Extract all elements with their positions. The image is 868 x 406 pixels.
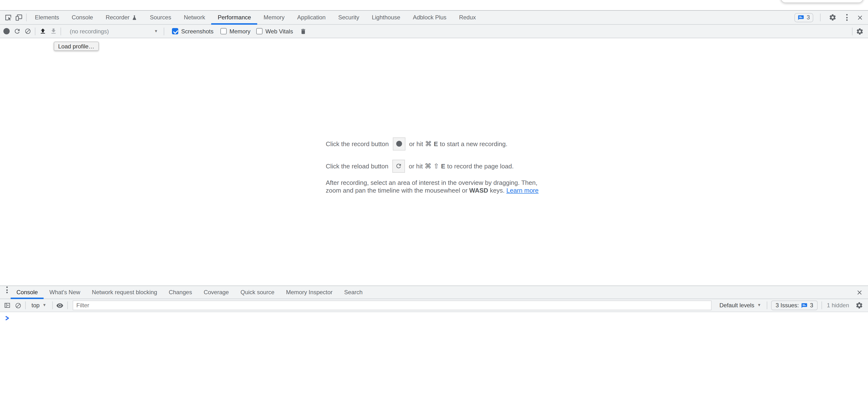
divider [25,302,26,309]
record-icon [396,141,402,147]
reload-shortcut-text: or hit ⌘ ⇧ E to record the page load. [409,162,514,170]
drawer-tab-console[interactable]: Console [11,286,43,299]
capture-settings-button[interactable] [855,25,865,38]
tab-elements[interactable]: Elements [29,11,65,24]
inspect-element-button[interactable] [3,11,13,24]
divider [67,302,68,309]
levels-value: Default levels [719,302,754,309]
record-shortcut-text: or hit ⌘ E to start a new recording. [409,140,507,147]
drawer-right-controls [855,286,868,299]
command-key-glyph: ⌘ [425,162,432,170]
tab-label: Console [72,14,93,21]
drawer-more-tabs-button[interactable] [3,286,11,294]
console-messages-area[interactable] [0,312,868,406]
memory-checkbox-group[interactable]: Memory [220,28,250,35]
reload-and-record-button[interactable] [11,25,22,38]
drawer-tab-quick-source[interactable]: Quick source [235,286,280,299]
load-profile-button[interactable] [37,25,48,38]
tab-label: Network [184,14,205,21]
reload-icon [13,28,21,35]
clear-button[interactable] [22,25,33,38]
tab-label: Memory [264,14,285,21]
tab-performance[interactable]: Performance [211,11,257,24]
download-icon [50,28,57,35]
reload-button-illustration [392,160,405,172]
tab-memory[interactable]: Memory [257,11,291,24]
tab-label: What's New [50,289,80,296]
tab-redux[interactable]: Redux [453,11,482,24]
tab-sources[interactable]: Sources [144,11,178,24]
checkbox-label: Screenshots [181,28,213,35]
console-toolbar: top ▼ Default levels ▼ 3 Issues: [0,299,868,312]
issues-count: 3 [807,14,810,21]
eye-icon [56,302,63,309]
create-live-expression-button[interactable] [55,299,65,312]
sidebar-toggle-icon [4,302,11,309]
issues-counter-button[interactable]: 3 [795,13,813,22]
load-profile-tooltip: Load profile… [54,42,99,51]
screenshots-checkbox-group[interactable]: Screenshots [172,28,213,35]
learn-more-link[interactable]: Learn more [506,187,538,194]
chevron-down-icon: ▼ [154,29,158,33]
divider [852,27,852,35]
tab-network[interactable]: Network [178,11,211,24]
tab-application[interactable]: Application [291,11,332,24]
tab-lighthouse[interactable]: Lighthouse [366,11,406,24]
drawer-tab-search[interactable]: Search [338,286,368,299]
console-filter-input[interactable] [72,301,712,310]
close-devtools-button[interactable] [856,11,864,24]
memory-checkbox[interactable] [220,28,226,34]
kebab-icon [846,14,847,15]
drawer: Console What's New Network request block… [0,285,868,406]
tab-label: Security [338,14,359,21]
tab-recorder[interactable]: Recorder [99,11,144,24]
record-icon [3,28,9,34]
tab-label: Search [344,289,363,296]
drawer-tab-changes[interactable]: Changes [163,286,198,299]
issues-button[interactable]: 3 Issues: 3 [771,301,817,310]
console-settings-button[interactable] [854,299,865,312]
drawer-tabbar: Console What's New Network request block… [0,286,868,299]
divider [35,27,35,35]
close-drawer-button[interactable] [855,286,864,299]
close-icon [856,289,862,296]
drawer-tab-coverage[interactable]: Coverage [198,286,235,299]
tab-adblock-plus[interactable]: Adblock Plus [407,11,453,24]
tab-label: Elements [35,14,59,21]
tab-label: Application [297,14,326,21]
console-sidebar-toggle-button[interactable] [2,299,12,312]
close-icon [857,14,863,21]
recordings-dropdown[interactable]: (no recordings) ▼ [66,26,162,37]
settings-button[interactable] [827,11,838,24]
garbage-collect-button[interactable] [298,25,309,38]
tab-label: Lighthouse [372,14,400,21]
tab-label: Memory Inspector [286,289,333,296]
drawer-tab-memory-inspector[interactable]: Memory Inspector [280,286,338,299]
drawer-tab-network-request-blocking[interactable]: Network request blocking [86,286,163,299]
web-vitals-checkbox[interactable] [256,28,262,34]
tab-label: Coverage [204,289,229,296]
tabbar-right-controls: 3 [795,11,868,24]
issues-chat-icon [801,302,808,308]
shift-key-glyph: ⇧ [434,162,439,170]
device-toolbar-icon [15,13,23,21]
divider [767,302,767,309]
trash-icon [300,28,307,35]
block-icon [25,28,31,34]
tab-console[interactable]: Console [65,11,99,24]
drawer-tabs: Console What's New Network request block… [11,286,368,299]
screenshots-checkbox[interactable] [172,28,178,34]
javascript-context-dropdown[interactable]: top ▼ [28,302,50,309]
device-toolbar-button[interactable] [13,11,24,24]
tab-label: Network request blocking [92,289,157,296]
clear-console-button[interactable] [12,299,23,312]
web-vitals-checkbox-group[interactable]: Web Vitals [256,28,293,35]
log-levels-dropdown[interactable]: Default levels ▼ [716,302,765,309]
save-profile-button[interactable] [48,25,59,38]
drawer-tab-whats-new[interactable]: What's New [43,286,86,299]
recordings-dropdown-value: (no recordings) [70,28,109,35]
tab-security[interactable]: Security [332,11,366,24]
record-button[interactable] [1,25,11,38]
more-options-button[interactable] [843,13,850,21]
wasd-keys: WASD [469,187,488,194]
